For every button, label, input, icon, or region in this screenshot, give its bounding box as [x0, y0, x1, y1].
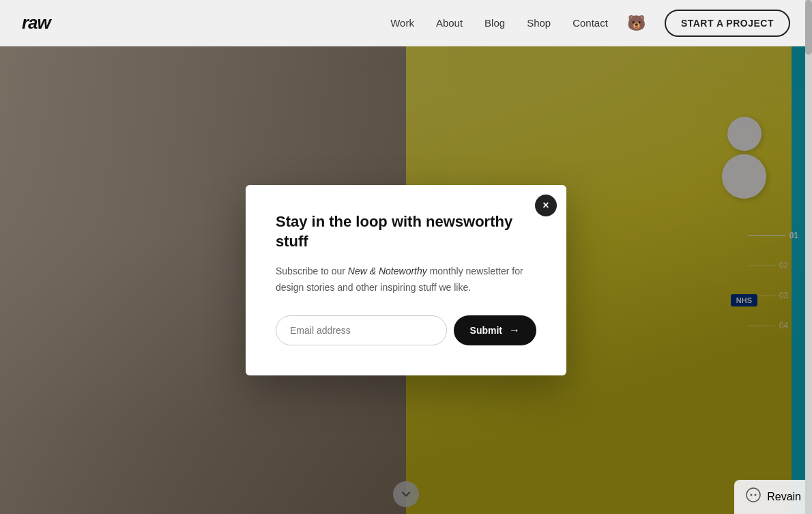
revain-icon	[745, 487, 762, 507]
modal-desc-prefix: Subscribe to our	[276, 266, 348, 276]
modal-desc-italic: New & Noteworthy	[348, 266, 427, 276]
svg-point-1	[751, 494, 753, 496]
submit-label: Submit	[470, 325, 502, 336]
nav-link-blog[interactable]: Blog	[484, 17, 505, 29]
scrollbar-thumb[interactable]	[805, 0, 812, 55]
revain-widget[interactable]: Revain	[734, 480, 812, 514]
email-input[interactable]	[276, 315, 447, 345]
newsletter-form: Submit →	[276, 315, 536, 345]
nav-link-work[interactable]: Work	[390, 17, 414, 29]
modal-close-button[interactable]: ×	[535, 195, 557, 216]
nav-link-shop[interactable]: Shop	[527, 17, 551, 29]
start-project-button[interactable]: START A PROJECT	[665, 10, 790, 37]
scrollbar-track[interactable]	[805, 0, 812, 514]
newsletter-modal: × Stay in the loop with newsworthy stuff…	[246, 185, 566, 375]
svg-point-0	[746, 488, 760, 502]
navigation: raw Work About Blog Shop Contact 🐻 START…	[0, 0, 812, 46]
modal-title: Stay in the loop with newsworthy stuff	[276, 212, 536, 251]
svg-point-2	[755, 494, 757, 496]
nav-links: Work About Blog Shop Contact	[390, 17, 608, 29]
logo[interactable]: raw	[22, 12, 50, 33]
nav-link-about[interactable]: About	[436, 17, 463, 29]
revain-text: Revain	[767, 491, 801, 503]
modal-overlay[interactable]: × Stay in the loop with newsworthy stuff…	[0, 46, 812, 514]
hero-section: 01 02 03 04 NHS × Stay in the loop with …	[0, 46, 812, 514]
modal-description: Subscribe to our New & Noteworthy monthl…	[276, 263, 536, 296]
bear-icon[interactable]: 🐻	[627, 14, 646, 32]
nav-link-contact[interactable]: Contact	[572, 17, 608, 29]
chat-icon	[745, 487, 762, 503]
submit-button[interactable]: Submit →	[454, 315, 536, 345]
arrow-right-icon: →	[509, 324, 520, 337]
